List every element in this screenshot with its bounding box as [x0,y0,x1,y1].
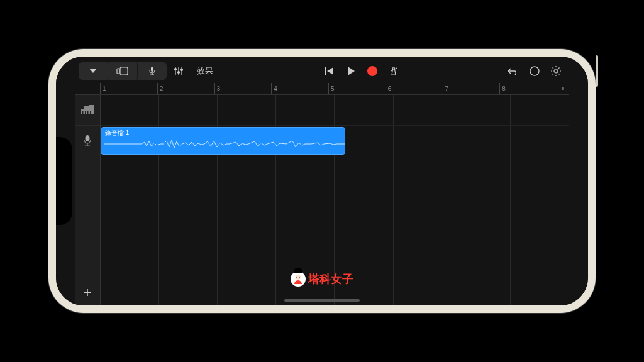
svg-point-12 [554,69,558,73]
phone-frame: 效果 [48,49,596,313]
svg-rect-2 [151,67,153,72]
svg-rect-14 [85,111,86,114]
piano-icon [80,102,95,118]
timeline-ruler[interactable]: 1 2 3 4 5 6 7 8 + [75,83,569,95]
ruler-mark: 8 [499,83,557,94]
track-headers: + [75,95,101,305]
songs-button[interactable] [79,62,108,80]
svg-point-6 [178,72,180,74]
ruler-mark: 7 [443,83,500,94]
ruler-mark: 3 [214,83,272,94]
ruler-mark: 2 [157,83,214,94]
waveform-icon [104,138,345,150]
ruler-mark: 5 [328,83,386,94]
svg-rect-16 [90,111,91,114]
settings-button[interactable] [547,62,565,80]
toolbar: 效果 [75,57,569,83]
clip-label: 錄音檔 1 [105,129,129,138]
watermark-text: 塔科女子 [308,272,353,287]
svg-point-11 [530,67,539,75]
mixer-button[interactable] [169,62,188,80]
watermark: 塔科女子 [291,272,353,287]
record-icon [367,66,377,76]
fx-button[interactable]: 效果 [191,62,219,80]
svg-rect-13 [82,111,84,114]
ruler-mark: 6 [386,83,443,94]
add-track-button[interactable]: + [75,280,100,305]
undo-button[interactable] [504,62,523,80]
svg-point-17 [86,135,90,141]
rewind-button[interactable] [320,62,339,80]
svg-rect-15 [87,111,89,114]
track-row-audio[interactable]: 錄音檔 1 [101,126,569,156]
play-button[interactable] [341,62,360,80]
svg-point-4 [175,69,177,70]
svg-point-8 [181,69,183,71]
watermark-icon [291,272,306,287]
track-row-piano[interactable] [101,95,569,126]
ruler-mark: 4 [271,83,328,94]
svg-rect-1 [120,67,128,75]
notch [56,137,72,225]
home-indicator[interactable] [284,299,360,302]
metronome-button[interactable] [384,62,403,80]
track-header-piano[interactable] [75,95,100,126]
mic-input-button[interactable] [138,62,167,80]
audio-clip[interactable]: 錄音檔 1 [101,127,345,155]
microphone-icon [81,134,94,147]
add-section-button[interactable]: + [557,83,569,94]
svg-point-22 [299,277,300,278]
phone-screen: 效果 [56,57,588,305]
svg-rect-9 [325,67,326,75]
loop-browser-button[interactable] [525,62,544,80]
track-header-audio[interactable] [75,126,100,156]
garageband-app: 效果 [56,57,588,305]
svg-point-21 [296,277,297,278]
record-button[interactable] [363,62,382,80]
side-button [596,55,598,87]
toolbar-left-group [79,62,167,80]
ruler-mark: 1 [100,83,157,94]
svg-rect-0 [117,69,119,74]
svg-line-10 [391,68,397,71]
view-toggle-button[interactable] [108,62,138,80]
